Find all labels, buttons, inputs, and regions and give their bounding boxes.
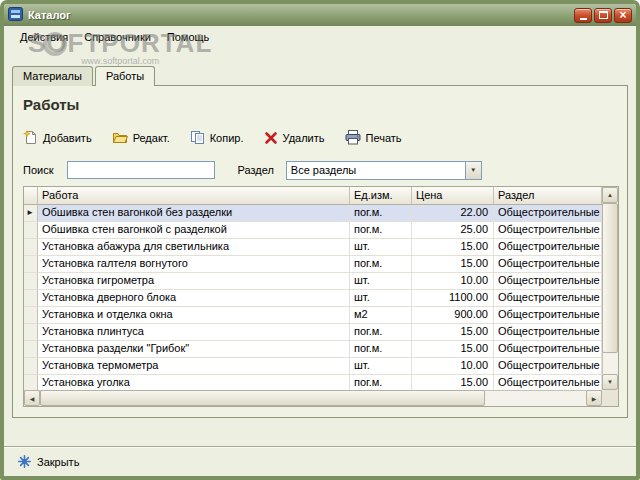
close-button[interactable]: × [614, 8, 632, 23]
scrollbar-corner [602, 390, 618, 406]
titlebar[interactable]: Каталог × [4, 4, 636, 26]
cell-price: 15.00 [412, 239, 494, 256]
table-row[interactable]: Установка термометра шт. 10.00 Общестрои… [24, 358, 602, 375]
watermark-url: www.softportal.com [28, 56, 212, 66]
cell-unit: шт. [350, 290, 412, 307]
scroll-up-icon[interactable]: ▲ [602, 187, 618, 203]
tab-works[interactable]: Работы [95, 66, 155, 86]
cell-unit: пог.м. [350, 341, 412, 358]
footer-bar: Закрыть [4, 448, 636, 476]
works-table: Работа Ед.изм. Цена Раздел ► Обшивка сте… [23, 186, 619, 407]
scroll-left-icon[interactable]: ◀ [24, 390, 40, 406]
cell-price: 900.00 [412, 307, 494, 324]
vertical-scrollbar[interactable]: ▲ ▼ [602, 187, 618, 390]
filter-row: Поиск Раздел Все разделы ▼ [23, 160, 482, 180]
cell-unit: пог.м. [350, 222, 412, 239]
table-row[interactable]: Обшивка стен вагонкой с разделкой пог.м.… [24, 222, 602, 239]
section-select[interactable]: Все разделы ▼ [286, 161, 482, 180]
cell-work: Установка уголка [38, 375, 350, 390]
cell-section: Общестроительные ра [494, 256, 602, 273]
open-folder-icon [112, 130, 128, 145]
menu-item-help[interactable]: Помощь [159, 28, 218, 46]
table-row[interactable]: Установка абажура для светильника шт. 15… [24, 239, 602, 256]
table-row[interactable]: Установка дверного блока шт. 1100.00 Общ… [24, 290, 602, 307]
table-row[interactable]: Установка уголка пог.м. 15.00 Общестроит… [24, 375, 602, 390]
table-row[interactable]: Установка и отделка окна м2 900.00 Общес… [24, 307, 602, 324]
cell-work: Установка гигрометра [38, 273, 350, 290]
cell-price: 22.00 [412, 205, 494, 222]
minimize-button[interactable] [574, 8, 592, 23]
row-marker [24, 239, 38, 256]
column-header-work[interactable]: Работа [38, 187, 350, 205]
cell-work: Обшивка стен вагонкой с разделкой [38, 222, 350, 239]
column-header-section[interactable]: Раздел [494, 187, 602, 205]
cell-unit: пог.м. [350, 256, 412, 273]
chevron-down-icon[interactable]: ▼ [465, 162, 481, 179]
cell-work: Установка дверного блока [38, 290, 350, 307]
cell-unit: шт. [350, 273, 412, 290]
toolbar: Добавить Редакт. Копир. Удалить Печать [23, 130, 402, 145]
cell-section: Общестроительные ра [494, 205, 602, 222]
table-row[interactable]: ► Обшивка стен вагонкой без разделки пог… [24, 205, 602, 222]
copy-icon [190, 130, 205, 145]
table-body: ► Обшивка стен вагонкой без разделки пог… [24, 205, 602, 390]
cell-price: 15.00 [412, 324, 494, 341]
cell-section: Общестроительные ра [494, 290, 602, 307]
scroll-right-icon[interactable]: ▶ [586, 390, 602, 406]
table-row[interactable]: Установка галтеля вогнутого пог.м. 15.00… [24, 256, 602, 273]
add-button[interactable]: Добавить [23, 130, 92, 145]
row-marker: ► [24, 205, 38, 222]
row-marker [24, 290, 38, 307]
column-header-price[interactable]: Цена [412, 187, 494, 205]
delete-button-label: Удалить [283, 132, 325, 144]
horizontal-scrollbar[interactable]: ◀ ▶ [24, 390, 602, 406]
scroll-down-icon[interactable]: ▼ [602, 374, 618, 390]
cell-work: Установка галтеля вогнутого [38, 256, 350, 273]
add-button-label: Добавить [43, 132, 92, 144]
table-row[interactable]: Установка плинтуса пог.м. 15.00 Общестро… [24, 324, 602, 341]
row-marker [24, 222, 38, 239]
cell-price: 10.00 [412, 358, 494, 375]
cell-section: Общестроительные ра [494, 239, 602, 256]
print-button[interactable]: Печать [345, 130, 402, 145]
cell-work: Установка абажура для светильника [38, 239, 350, 256]
column-header-unit[interactable]: Ед.изм. [350, 187, 412, 205]
cell-price: 15.00 [412, 256, 494, 273]
table-header: Работа Ед.изм. Цена Раздел [24, 187, 602, 205]
table-row[interactable]: Установка разделки "Грибок" пог.м. 15.00… [24, 341, 602, 358]
close-dialog-button[interactable]: Закрыть [18, 455, 79, 470]
print-button-label: Печать [366, 132, 402, 144]
copy-button[interactable]: Копир. [190, 130, 244, 145]
delete-button[interactable]: Удалить [264, 131, 325, 145]
app-icon [8, 7, 23, 23]
tab-strip: Материалы Работы [12, 66, 157, 86]
horizontal-scroll-thumb[interactable] [40, 390, 485, 406]
menu-item-actions[interactable]: Действия [12, 28, 76, 46]
row-marker [24, 375, 38, 390]
cell-price: 10.00 [412, 273, 494, 290]
menu-item-directories[interactable]: Справочники [76, 28, 159, 46]
cell-unit: шт. [350, 358, 412, 375]
cell-section: Общестроительные ра [494, 307, 602, 324]
vertical-scroll-thumb[interactable] [602, 203, 618, 353]
tab-panel: Работы Добавить Редакт. Копир. Удалить П… [12, 85, 628, 418]
cell-price: 15.00 [412, 341, 494, 358]
table-row[interactable]: Установка гигрометра шт. 10.00 Общестрои… [24, 273, 602, 290]
row-marker [24, 358, 38, 375]
edit-button[interactable]: Редакт. [112, 130, 170, 145]
tab-materials[interactable]: Материалы [12, 66, 93, 86]
maximize-button[interactable] [594, 8, 612, 23]
cell-unit: пог.м. [350, 205, 412, 222]
page-title: Работы [23, 96, 79, 113]
cell-price: 1100.00 [412, 290, 494, 307]
section-select-value: Все разделы [287, 164, 465, 176]
cell-price: 15.00 [412, 375, 494, 390]
close-icon: × [619, 9, 626, 21]
search-input[interactable] [67, 161, 215, 179]
row-marker [24, 256, 38, 273]
new-document-icon [23, 130, 38, 145]
copy-button-label: Копир. [210, 132, 244, 144]
window: Каталог × Действия Справочники Помощь SO… [0, 0, 640, 480]
cell-unit: пог.м. [350, 375, 412, 390]
close-dialog-label: Закрыть [37, 456, 79, 468]
